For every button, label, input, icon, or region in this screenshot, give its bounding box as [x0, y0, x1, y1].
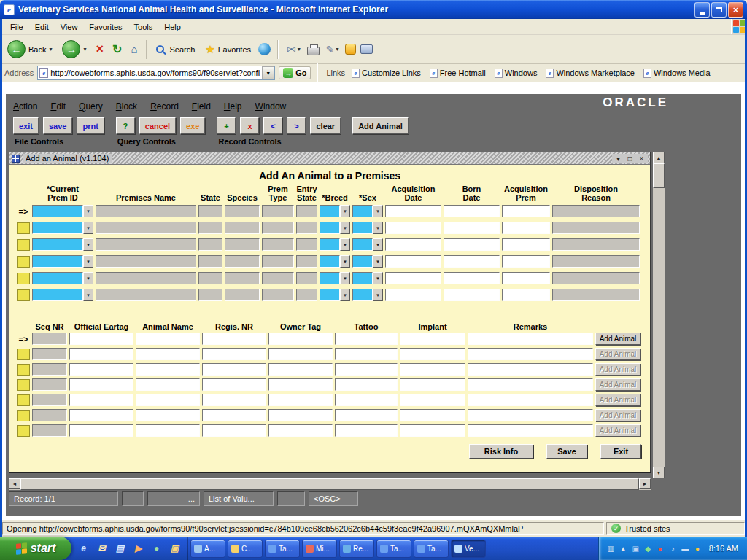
- breed-dropdown-button[interactable]: ▼: [340, 238, 350, 251]
- menu-item-tools[interactable]: Tools: [128, 21, 159, 33]
- scroll-left-button[interactable]: ◄: [9, 478, 20, 489]
- field-current-prem-id-input[interactable]: [32, 205, 83, 217]
- current-prem-id-dropdown-button[interactable]: ▼: [83, 222, 93, 234]
- task-button-1[interactable]: A...: [190, 540, 225, 558]
- field-sex-input[interactable]: [352, 272, 373, 284]
- task-button-2[interactable]: C...: [228, 540, 263, 558]
- field-tattoo-input[interactable]: [335, 409, 398, 421]
- field-breed-input[interactable]: [320, 222, 340, 234]
- forward-button[interactable]: → ▾: [59, 39, 89, 60]
- breed-dropdown-button[interactable]: ▼: [340, 205, 350, 217]
- maximize-button[interactable]: [711, 2, 727, 18]
- record-indicator[interactable]: [17, 256, 30, 268]
- sex-dropdown-button[interactable]: ▼: [373, 205, 383, 217]
- field-acquisition-prem-input[interactable]: [502, 255, 550, 268]
- field-official-eartag-input[interactable]: [69, 424, 133, 437]
- oracle-menu-action[interactable]: Action: [13, 101, 37, 112]
- home-button[interactable]: ⌂: [128, 43, 139, 55]
- oracle-menu-block[interactable]: Block: [116, 101, 137, 112]
- field-born-date-input[interactable]: [444, 255, 500, 268]
- sex-dropdown-button[interactable]: ▼: [373, 272, 383, 284]
- risk-info-button[interactable]: Risk Info: [469, 444, 533, 459]
- menu-item-help[interactable]: Help: [158, 21, 187, 33]
- form-window-titlebar[interactable]: Add an Animal (v1.104) ▾ □ ×: [9, 152, 650, 165]
- field-official-eartag-input[interactable]: [69, 363, 133, 376]
- field-owner-tag-input[interactable]: [268, 378, 333, 391]
- field-acquisition-prem-input[interactable]: [502, 205, 550, 217]
- menu-item-edit[interactable]: Edit: [29, 21, 55, 33]
- field-sex-input[interactable]: [352, 205, 373, 217]
- field-official-eartag-input[interactable]: [69, 409, 133, 421]
- link-windows[interactable]: eWindows: [495, 69, 538, 78]
- scroll-right-button[interactable]: ►: [639, 478, 651, 489]
- horizontal-scrollbar-thumb[interactable]: [20, 478, 639, 490]
- scroll-down-button[interactable]: ▼: [653, 467, 665, 478]
- breed-dropdown-button[interactable]: ▼: [340, 255, 350, 268]
- field-implant-input[interactable]: [400, 348, 465, 360]
- start-button[interactable]: start: [0, 537, 71, 560]
- field-animal-name-input[interactable]: [136, 409, 200, 421]
- add-animal-button[interactable]: Add Animal: [352, 117, 409, 134]
- field-acquisition-prem-input[interactable]: [502, 272, 550, 284]
- record-indicator[interactable]: [17, 394, 30, 406]
- execute-query-button[interactable]: exe: [180, 117, 205, 134]
- field-born-date-input[interactable]: [444, 222, 500, 234]
- help-button[interactable]: ?: [116, 117, 135, 134]
- breed-dropdown-button[interactable]: ▼: [340, 272, 350, 284]
- record-indicator[interactable]: [17, 289, 30, 301]
- show-desktop-icon[interactable]: ▤: [114, 542, 126, 555]
- record-indicator[interactable]: [17, 222, 30, 234]
- link-free-hotmail[interactable]: eFree Hotmail: [430, 69, 486, 78]
- field-remarks-input[interactable]: [468, 363, 593, 376]
- field-breed-input[interactable]: [320, 272, 340, 284]
- field-official-eartag-input[interactable]: [69, 378, 133, 391]
- field-implant-input[interactable]: [400, 363, 465, 376]
- field-regis-nr-input[interactable]: [202, 424, 266, 437]
- oracle-menu-record[interactable]: Record: [150, 101, 179, 112]
- removable-device-icon[interactable]: ▥: [606, 544, 616, 553]
- insert-record-button[interactable]: +: [217, 117, 236, 134]
- current-prem-id-dropdown-button[interactable]: ▼: [83, 238, 93, 251]
- field-acquisition-prem-input[interactable]: [502, 289, 550, 301]
- network-icon[interactable]: ▣: [631, 544, 640, 553]
- task-button-8[interactable]: Ve...: [451, 540, 486, 558]
- task-button-7[interactable]: Ta...: [414, 540, 449, 558]
- record-indicator[interactable]: [17, 410, 30, 421]
- msn-messenger-icon[interactable]: ●: [150, 542, 163, 555]
- sex-dropdown-button[interactable]: ▼: [373, 222, 383, 234]
- field-breed-input[interactable]: [320, 205, 340, 217]
- oracle-menu-help[interactable]: Help: [224, 101, 242, 112]
- record-indicator[interactable]: [17, 364, 30, 376]
- field-implant-input[interactable]: [400, 424, 465, 437]
- vertical-scrollbar-thumb[interactable]: [653, 163, 665, 188]
- exit-button[interactable]: Exit: [600, 444, 641, 459]
- back-dropdown-icon[interactable]: ▾: [49, 46, 52, 52]
- field-regis-nr-input[interactable]: [202, 363, 266, 376]
- stop-button[interactable]: ×: [94, 42, 107, 57]
- print-button[interactable]: prnt: [77, 117, 104, 134]
- ie-titlebar[interactable]: e Veterinary Services National Animal He…: [0, 0, 747, 19]
- close-button[interactable]: ×: [728, 2, 743, 18]
- form-close-button[interactable]: ×: [637, 154, 646, 163]
- save-button[interactable]: Save: [546, 444, 587, 459]
- current-prem-id-dropdown-button[interactable]: ▼: [83, 289, 93, 301]
- field-animal-name-input[interactable]: [136, 378, 200, 391]
- go-button[interactable]: → Go: [279, 66, 311, 79]
- field-regis-nr-input[interactable]: [202, 332, 266, 345]
- field-sex-input[interactable]: [352, 238, 373, 251]
- task-button-5[interactable]: Re...: [339, 540, 374, 558]
- field-official-eartag-input[interactable]: [69, 348, 133, 360]
- next-record-button[interactable]: >: [287, 117, 306, 134]
- field-owner-tag-input[interactable]: [268, 363, 333, 376]
- record-indicator[interactable]: [17, 379, 30, 391]
- security-alert-icon[interactable]: ●: [656, 544, 665, 553]
- sex-dropdown-button[interactable]: ▼: [373, 255, 383, 268]
- current-prem-id-dropdown-button[interactable]: ▼: [83, 255, 93, 268]
- update-icon[interactable]: ●: [693, 544, 703, 553]
- current-prem-id-dropdown-button[interactable]: ▼: [83, 272, 93, 284]
- oracle-menu-query[interactable]: Query: [79, 101, 103, 112]
- field-tattoo-input[interactable]: [335, 332, 398, 345]
- menu-item-file[interactable]: File: [4, 21, 29, 33]
- field-owner-tag-input[interactable]: [268, 332, 333, 345]
- internet-explorer-icon[interactable]: e: [77, 542, 90, 555]
